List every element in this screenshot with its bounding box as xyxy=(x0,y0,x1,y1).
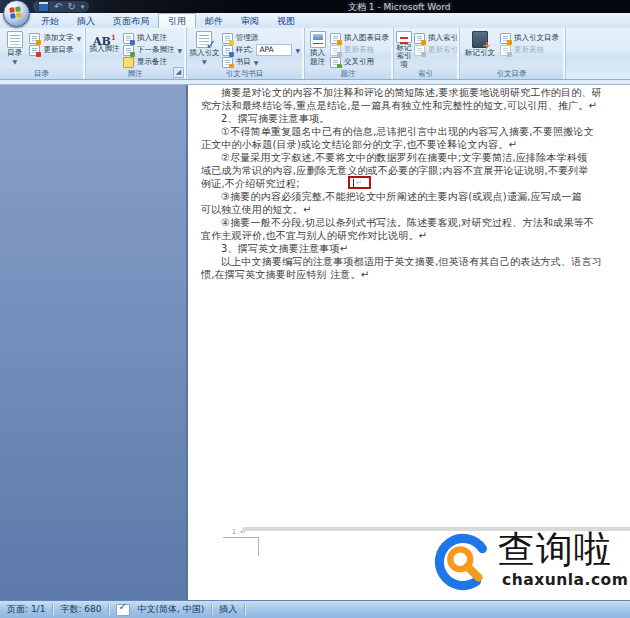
group-label-toc: 目录 xyxy=(0,68,83,79)
tab-mailings[interactable]: 邮件 xyxy=(196,14,232,28)
tab-references[interactable]: 引用 xyxy=(158,13,196,28)
office-logo-icon xyxy=(9,6,23,20)
group-table-of-contents: 目录 ▼ 添加文字 ▼ 更新目录 目录 xyxy=(0,28,86,79)
style-combo[interactable]: 样式: APA ▼ xyxy=(220,44,302,56)
document-area: 摘要是对论文的内容不加注释和评论的简短陈述,要求扼要地说明研究工作的目的、研 究… xyxy=(0,80,630,600)
mark-entry-icon xyxy=(396,31,412,43)
word-window: 文档 1 - Microsoft Word ↶ ↻ ▾ 开始 插入 页面布局 引… xyxy=(0,0,630,618)
tab-view[interactable]: 视图 xyxy=(268,14,304,28)
doc-line[interactable]: 正文中的小标题(目录)或论文结论部分的文字,也不要诠释论文内容。↵ xyxy=(201,138,616,151)
doc-line[interactable]: 域已成为常识的内容,应删除无意义的或不必要的字眼;内容不宜展开论证说明,不要列举 xyxy=(201,164,616,177)
tab-page-layout[interactable]: 页面布局 xyxy=(104,14,158,28)
insert-caption-button[interactable]: 插入题注 xyxy=(307,29,328,69)
group-table-of-authorities: + 标记引文 插入引文目录 更新表格 引文目录 xyxy=(460,28,566,79)
status-insert-mode[interactable]: 插入 xyxy=(219,603,237,616)
show-notes-icon xyxy=(123,57,134,68)
doc-line[interactable]: ②尽量采用文字叙述,不要将文中的数据罗列在摘要中;文字要简洁,应排除本学科领 xyxy=(201,151,616,164)
doc-line[interactable]: 以上中文摘要编写的注意事项都适用于英文摘要,但英语有其自己的表达方式、语言习 xyxy=(201,255,616,268)
chevron-down-icon: ▼ xyxy=(177,47,182,54)
doc-line[interactable]: 摘要是对论文的内容不加注释和评论的简短陈述,要求扼要地说明研究工作的目的、研 xyxy=(201,86,616,99)
tab-insert[interactable]: 插入 xyxy=(68,14,104,28)
chevron-down-icon: ▼ xyxy=(295,47,300,54)
insert-endnote-button[interactable]: 插入尾注 xyxy=(121,32,184,44)
status-word-count[interactable]: 字数: 680 xyxy=(60,603,101,616)
toc-label: 目录 xyxy=(7,49,22,58)
cross-reference-icon xyxy=(330,57,341,68)
paragraph-mark: ↵ xyxy=(356,179,362,187)
doc-line[interactable]: 例证,不介绍研究过程; xyxy=(201,177,616,190)
update-authorities-table-icon xyxy=(500,45,511,56)
doc-line[interactable]: 宜作主观评价,也不宜与别人的研究作对比说明。↵ xyxy=(201,229,616,242)
insert-table-of-authorities-icon xyxy=(500,33,511,44)
insert-index-icon xyxy=(414,33,425,44)
undo-icon[interactable]: ↶ xyxy=(54,2,62,12)
update-toc-button[interactable]: 更新目录 xyxy=(27,44,83,56)
update-index-button: 更新索引 xyxy=(412,44,460,56)
add-text-button[interactable]: 添加文字 ▼ xyxy=(27,32,83,44)
document-text[interactable]: 摘要是对论文的内容不加注释和评论的简短陈述,要求扼要地说明研究工作的目的、研 究… xyxy=(201,86,616,281)
redo-icon[interactable]: ↻ xyxy=(67,2,75,12)
tab-review[interactable]: 审阅 xyxy=(232,14,268,28)
insert-index-button[interactable]: 插入索引 xyxy=(412,32,460,44)
chevron-down-icon: ▼ xyxy=(254,59,259,66)
spellcheck-icon[interactable]: ✓ xyxy=(116,604,130,616)
title-bar: 文档 1 - Microsoft Word xyxy=(0,0,630,13)
insert-citation-button[interactable]: ✓ 插入引文 ▼ xyxy=(189,29,220,69)
chevron-down-icon: ▼ xyxy=(202,59,207,65)
doc-line[interactable]: 究方法和最终结论等,重点是结论,是一篇具有独立性和完整性的短文,可以引用、推广。… xyxy=(201,99,616,112)
footnotes-dialog-launcher[interactable]: ◢ xyxy=(173,67,184,78)
manage-sources-icon xyxy=(222,33,233,44)
update-table-icon xyxy=(330,45,341,56)
status-bar: 页面: 1/1 字数: 680 ✓ 中文(简体, 中国) 插入 xyxy=(0,600,630,618)
document-page[interactable]: 摘要是对论文的内容不加注释和评论的简短陈述,要求扼要地说明研究工作的目的、研 究… xyxy=(186,85,630,600)
group-citations-bibliography: ✓ 插入引文 ▼ 管理源 样式: APA ▼ xyxy=(187,28,305,79)
chaxunla-logo-icon xyxy=(434,533,492,591)
status-language[interactable]: 中文(简体, 中国) xyxy=(137,603,204,616)
update-toc-icon xyxy=(29,45,40,56)
add-text-icon xyxy=(29,33,40,44)
doc-line[interactable]: ④摘要一般不分段,切忌以条列式书写法。陈述要客观,对研究过程、方法和成果等不 xyxy=(201,216,616,229)
mark-entry-button[interactable]: 标记 索引项 xyxy=(396,29,412,69)
save-icon[interactable] xyxy=(38,1,49,12)
mark-citation-button[interactable]: + 标记引文 xyxy=(462,29,498,69)
bibliography-icon xyxy=(222,57,233,68)
ribbon-tab-row: 开始 插入 页面布局 引用 邮件 审阅 视图 xyxy=(0,13,630,28)
office-button[interactable] xyxy=(3,0,30,27)
insert-endnote-icon xyxy=(123,33,134,44)
insert-table-of-figures-icon xyxy=(330,33,341,44)
insert-citation-icon: ✓ xyxy=(196,31,212,48)
tab-home[interactable]: 开始 xyxy=(32,14,68,28)
doc-line[interactable]: 2、撰写摘要注意事项。 xyxy=(201,112,616,125)
doc-line[interactable]: ①不得简单重复题名中已有的信息,忌讳把引言中出现的内容写入摘要,不要照搬论文 xyxy=(201,125,616,138)
manage-sources-button[interactable]: 管理源 xyxy=(220,32,302,44)
doc-line[interactable]: 可以独立使用的短文。↵ xyxy=(201,203,616,216)
group-index: 标记 索引项 插入索引 更新索引 索引 xyxy=(394,28,460,79)
doc-line[interactable]: 惯,在撰写英文摘要时应特别 注意。↵ xyxy=(201,268,616,281)
insert-footnote-button[interactable]: AB1 插入脚注 xyxy=(88,29,121,69)
insert-table-of-authorities-button[interactable]: 插入引文目录 xyxy=(498,32,561,44)
qat-customize-icon[interactable]: ▾ xyxy=(81,3,85,11)
status-page-count[interactable]: 页面: 1/1 xyxy=(7,603,45,616)
toc-icon xyxy=(7,31,23,48)
update-authorities-table-button: 更新表格 xyxy=(498,44,561,56)
footer-boundary-mark xyxy=(258,537,259,556)
watermark: 查询啦 chaxunla.com xyxy=(434,531,630,595)
next-footnote-button[interactable]: 下一条脚注 ▼ xyxy=(121,44,184,56)
footnote-ab1-icon: AB1 xyxy=(93,31,116,45)
doc-line[interactable]: ③摘要的内容必须完整,不能把论文中所阐述的主要内容(或观点)遗漏,应写成一篇 xyxy=(201,190,616,203)
group-label-captions: 题注 xyxy=(305,68,391,79)
bibliography-button[interactable]: 书目 ▼ xyxy=(220,56,302,68)
cross-reference-button[interactable]: 交叉引用 xyxy=(328,56,391,68)
style-value[interactable]: APA xyxy=(256,44,292,56)
group-label-toa: 引文目录 xyxy=(460,68,563,79)
mark-citation-icon: + xyxy=(472,31,488,48)
group-captions: 插入题注 插入图表目录 更新表格 交叉引用 xyxy=(305,28,394,79)
insert-table-of-figures-button[interactable]: 插入图表目录 xyxy=(328,32,391,44)
ribbon-filler xyxy=(566,28,630,79)
footer-boundary-mark xyxy=(223,537,259,538)
chevron-down-icon: ▼ xyxy=(12,59,17,65)
doc-line[interactable]: 3、撰写英文摘要注意事项↵ xyxy=(201,242,616,255)
style-icon xyxy=(222,45,233,56)
chevron-down-icon: ▼ xyxy=(76,35,81,42)
toc-button[interactable]: 目录 ▼ xyxy=(2,29,27,69)
